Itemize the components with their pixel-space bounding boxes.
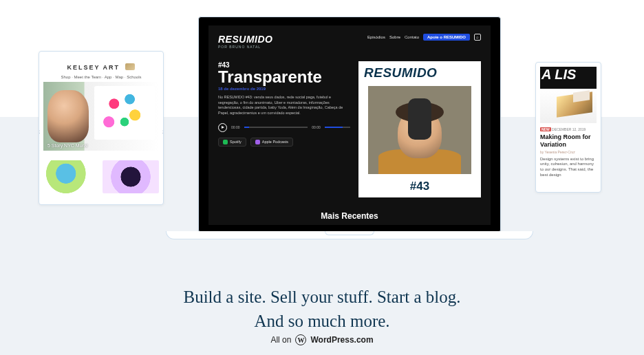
thumb-1[interactable] [43, 160, 100, 193]
spotify-icon [223, 140, 228, 144]
person-illustration [47, 90, 89, 142]
brand-title: RESUMIDO [218, 34, 272, 45]
hero-headline: Build a site. Sell your stuff. Start a b… [0, 285, 644, 333]
footer-brand: WordPress.com [310, 335, 373, 345]
audio-player: 00:00 00:00 [218, 123, 350, 132]
podcast-header: RESUMIDO POR BRUNO NATAL Episódios Sobre… [218, 34, 481, 49]
laptop-base [166, 231, 533, 239]
thumb-2[interactable] [103, 160, 159, 193]
menu-contact[interactable]: Contato [405, 35, 419, 39]
article-title: Making Room for Variation [540, 133, 597, 149]
apple-podcasts-label: Apple Podcasts [262, 140, 288, 144]
recent-heading: Mais Recentes [208, 211, 491, 221]
gallery-thumbs [43, 160, 159, 193]
episode-date: 18 de dezembro de 2019 [218, 87, 350, 91]
butterfly-icon [125, 63, 135, 70]
card-title: RESUMIDO [358, 61, 481, 80]
episode-photo [368, 86, 471, 174]
footer-prefix: All on [270, 335, 291, 345]
menu-about[interactable]: Sobre [389, 35, 400, 39]
spotify-badge[interactable]: Spotify [218, 138, 246, 147]
apple-podcasts-icon [255, 140, 260, 144]
article-date: DECEMBER 12, 2019 [552, 127, 586, 131]
brand-subtitle: POR BRUNO NATAL [218, 45, 272, 49]
time-total: 00:00 [312, 125, 321, 129]
hero-caption: 5 Story NYC Mural [47, 143, 87, 148]
brand-block: RESUMIDO POR BRUNO NATAL [218, 34, 272, 49]
article-byline: by Yesenia Perez-Cruz [540, 150, 597, 154]
card-episode-number: #43 [358, 180, 481, 193]
hero-image: 5 Story NYC Mural [43, 82, 159, 151]
mural-illustration [94, 86, 155, 140]
search-icon[interactable]: ⌕ [474, 34, 481, 41]
new-badge: NEW [540, 127, 551, 131]
podcast-menu: Episódios Sobre Contato Apoie o RESUMIDO… [367, 34, 481, 41]
play-button-icon[interactable] [218, 123, 227, 132]
article-meta: NEW DECEMBER 12, 2019 [540, 127, 597, 131]
footer-tagline: All on W WordPress.com [0, 334, 644, 345]
site-logo-text: KELSEY ART [67, 64, 120, 71]
site-nav: Shop · Meet the Team · App · Map · Schoo… [43, 75, 159, 79]
episode-description: No RESUMIDO #43: venda seus dados, rede … [218, 95, 350, 116]
apple-podcasts-badge[interactable]: Apple Podcasts [250, 138, 293, 147]
support-button[interactable]: Apoie o RESUMIDO [423, 34, 470, 41]
time-elapsed: 00:00 [231, 125, 240, 129]
slide-resumido[interactable]: RESUMIDO POR BRUNO NATAL Episódios Sobre… [198, 17, 501, 233]
progress-bar[interactable] [244, 127, 308, 128]
volume-bar[interactable] [325, 127, 350, 128]
article-excerpt: Design systems exist to bring unity, coh… [540, 157, 597, 178]
carousel-next-icon[interactable]: › [162, 128, 164, 136]
article-illustration [540, 89, 597, 123]
episode-title: Transparente [218, 69, 350, 85]
menu-episodes[interactable]: Episódios [367, 35, 385, 39]
slide-a-list-apart[interactable]: A LIS NEW DECEMBER 12, 2019 Making Room … [535, 62, 601, 193]
episode-info: #43 Transparente 18 de dezembro de 2019 … [218, 61, 350, 197]
site-header: KELSEY ART [43, 56, 159, 75]
wordpress-logo-icon: W [295, 334, 306, 345]
magazine-title-fragment: A LIS [540, 67, 597, 89]
showcase-carousel: KELSEY ART Shop · Meet the Team · App · … [0, 0, 644, 241]
spotify-label: Spotify [230, 140, 242, 144]
episode-card: RESUMIDO #43 [358, 61, 481, 197]
headline-line-2: And so much more. [0, 309, 644, 333]
slide-kelsey-art[interactable]: KELSEY ART Shop · Meet the Team · App · … [39, 51, 164, 205]
carousel-prev-icon[interactable]: ‹ [39, 128, 40, 136]
headline-line-1: Build a site. Sell your stuff. Start a b… [0, 285, 644, 309]
listen-badges: Spotify Apple Podcasts [218, 138, 350, 147]
